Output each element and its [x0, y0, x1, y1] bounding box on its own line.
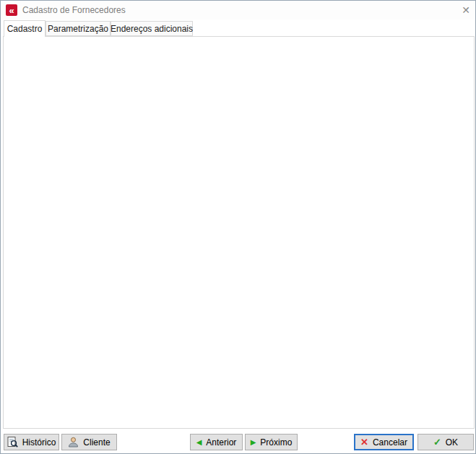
anterior-label: Anterior	[206, 437, 236, 448]
title-bar: « Cadastro de Fornecedores ✕	[1, 1, 475, 19]
anterior-button[interactable]: ◀ Anterior	[190, 434, 243, 450]
arrow-right-icon: ▶	[251, 439, 256, 446]
tab-enderecos-adicionais[interactable]: Endereços adicionais	[111, 21, 193, 36]
person-icon	[68, 437, 79, 448]
proximo-label: Próximo	[260, 437, 292, 448]
ok-label: OK	[446, 437, 458, 448]
historico-button[interactable]: Histórico	[4, 434, 59, 450]
cancelar-label: Cancelar	[373, 437, 407, 448]
proximo-button[interactable]: ▶ Próximo	[245, 434, 298, 450]
cancel-x-icon: ✕	[360, 437, 368, 447]
ok-check-icon: ✓	[433, 437, 441, 447]
document-search-icon	[7, 437, 18, 448]
supplier-dialog: « Cadastro de Fornecedores ✕ Cadastro Pa…	[0, 0, 476, 454]
close-icon[interactable]: ✕	[458, 2, 474, 18]
historico-label: Histórico	[22, 437, 56, 448]
cancelar-button[interactable]: ✕ Cancelar	[354, 434, 414, 450]
cliente-label: Cliente	[83, 437, 110, 448]
cliente-button[interactable]: Cliente	[61, 434, 117, 450]
app-logo-icon: «	[6, 4, 17, 16]
arrow-left-icon: ◀	[196, 439, 202, 446]
tab-parametrizacao[interactable]: Parametrização	[46, 21, 111, 36]
tab-page	[3, 36, 475, 429]
ok-button[interactable]: ✓ OK	[417, 434, 474, 450]
window-title: Cadastro de Fornecedores	[22, 5, 126, 15]
tab-cadastro[interactable]: Cadastro	[4, 20, 46, 37]
